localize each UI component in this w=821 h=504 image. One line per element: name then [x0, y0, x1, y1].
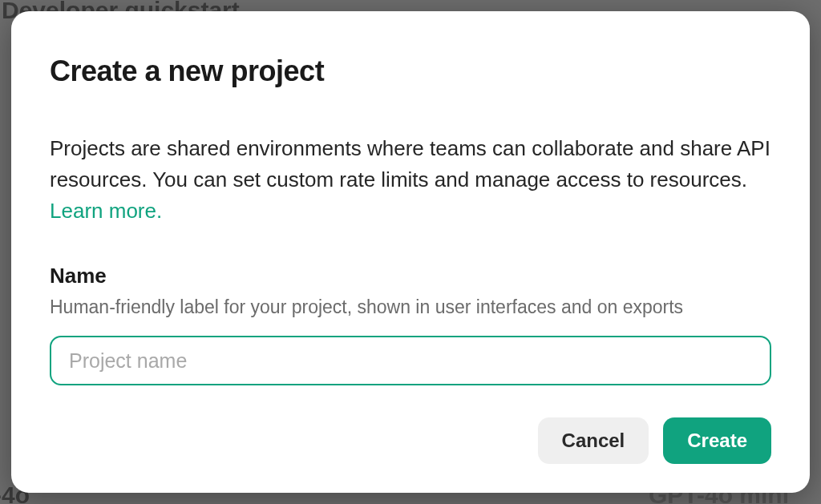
- dialog-description-text: Projects are shared environments where t…: [50, 136, 770, 192]
- name-field-help: Human-friendly label for your project, s…: [50, 296, 771, 318]
- project-name-input[interactable]: [50, 336, 771, 385]
- create-project-dialog: Create a new project Projects are shared…: [11, 11, 810, 493]
- name-field-label: Name: [50, 264, 771, 288]
- cancel-button[interactable]: Cancel: [538, 417, 649, 464]
- dialog-footer: Cancel Create: [50, 393, 771, 464]
- dialog-description: Projects are shared environments where t…: [50, 133, 771, 227]
- dialog-title: Create a new project: [50, 54, 771, 88]
- learn-more-link[interactable]: Learn more.: [50, 199, 162, 223]
- create-button[interactable]: Create: [663, 417, 771, 464]
